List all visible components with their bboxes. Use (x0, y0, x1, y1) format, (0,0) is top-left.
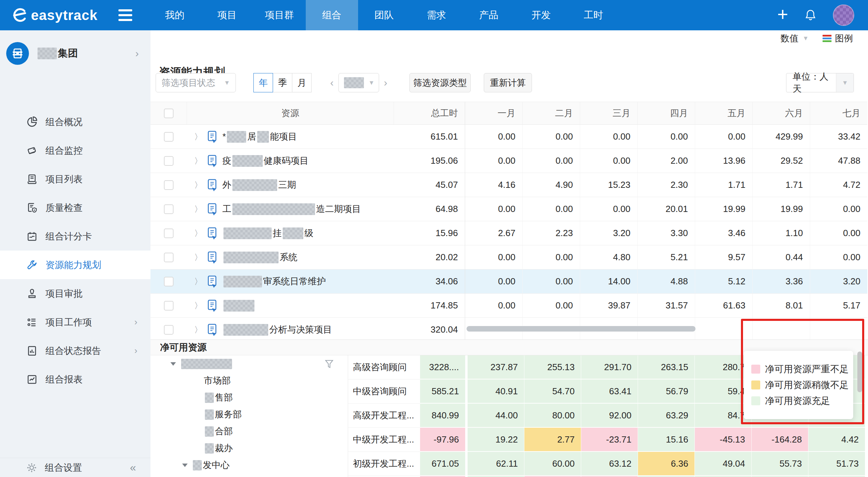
row-checkbox-cell (150, 173, 187, 197)
period-option-年[interactable]: 年 (253, 73, 273, 92)
nav-tab-开发[interactable]: 开发 (515, 0, 567, 30)
month-value-cell: 4.90 (522, 173, 580, 197)
tree-node[interactable]: 市场部 (150, 372, 348, 389)
project-row[interactable]: 〉挂级15.962.672.233.203.303.461.100.00 (150, 221, 867, 245)
chevron-right-icon[interactable]: › (134, 345, 137, 356)
net-available-resources-title: 净可用资源 (160, 341, 207, 354)
expand-chevron-icon[interactable]: 〉 (194, 276, 202, 287)
hamburger-menu-icon[interactable] (118, 9, 132, 21)
project-list-icon (26, 173, 38, 185)
org-switcher[interactable]: 集团 › (0, 41, 150, 66)
select-all-checkbox[interactable] (164, 109, 174, 118)
nav-tab-组合[interactable]: 组合 (306, 0, 358, 30)
value-mode-dropdown[interactable]: 数值 ▼ (776, 31, 813, 45)
user-avatar[interactable] (833, 4, 854, 26)
sidebar-item-组合监控[interactable]: 组合监控 (0, 136, 150, 165)
project-doc-icon (207, 251, 218, 264)
column-header-total-hours: 总工时 (394, 102, 465, 124)
row-checkbox[interactable] (164, 229, 174, 238)
row-checkbox[interactable] (164, 180, 174, 190)
sidebar-item-项目列表[interactable]: 项目列表 (0, 165, 150, 193)
create-plus-icon[interactable]: + (777, 5, 788, 23)
horizontal-scrollbar[interactable] (467, 326, 696, 332)
period-option-月[interactable]: 月 (292, 73, 312, 92)
sidebar-item-组合报表[interactable]: 组合报表 (0, 365, 150, 394)
filter-funnel-icon[interactable] (324, 359, 334, 369)
month-value-cell: 5.12 (695, 270, 752, 293)
sidebar-item-组合计分卡[interactable]: 组合计分卡 (0, 222, 150, 251)
project-row[interactable]: 〉审系统日常维护34.060.000.0014.004.885.123.363.… (150, 270, 867, 294)
expand-chevron-icon[interactable]: 〉 (194, 131, 202, 142)
sidebar-item-质量检查[interactable]: 质量检查 (0, 193, 150, 222)
sidebar-item-项目审批[interactable]: 项目审批 (0, 279, 150, 308)
legend-toggle-button[interactable]: 图例 (823, 31, 853, 45)
sidebar-item-资源能力规划[interactable]: 资源能力规划 (0, 251, 150, 279)
expand-chevron-icon[interactable]: 〉 (194, 204, 202, 215)
row-checkbox[interactable] (164, 277, 174, 286)
vertical-scrollbar[interactable] (857, 352, 862, 392)
collapse-sidebar-icon[interactable]: « (130, 461, 136, 474)
resource-type-name: 高级开发工程... (348, 404, 420, 428)
tree-node[interactable]: 裁办 (150, 440, 348, 457)
recalculate-button[interactable]: 重新计算 (484, 73, 532, 92)
nav-tab-产品[interactable]: 产品 (463, 0, 515, 30)
caret-down-icon[interactable] (182, 464, 188, 467)
nav-tab-我的[interactable]: 我的 (149, 0, 201, 30)
row-checkbox[interactable] (164, 132, 174, 142)
name-text: 审系统日常维护 (263, 275, 326, 287)
year-select[interactable]: ▼ (338, 73, 379, 92)
expand-chevron-icon[interactable]: 〉 (194, 300, 202, 311)
next-year-icon[interactable]: › (384, 77, 387, 89)
project-row[interactable]: 〉疫健康码项目195.060.000.000.002.0013.9629.524… (150, 149, 867, 173)
chevron-right-icon[interactable]: › (134, 317, 137, 327)
tree-node[interactable]: 售部 (150, 389, 348, 406)
name-text: 工 (222, 203, 231, 215)
sidebar-item-label: 组合计分卡 (45, 230, 92, 243)
row-checkbox[interactable] (164, 325, 174, 335)
caret-down-icon[interactable] (170, 362, 176, 366)
filter-resource-type-button[interactable]: 筛选资源类型 (409, 73, 471, 92)
sidebar-item-组合状态报告[interactable]: 组合状态报告› (0, 336, 150, 365)
row-checkbox[interactable] (164, 204, 174, 214)
project-row[interactable]: 〉工造二期项目64.980.000.000.0020.0119.9919.990… (150, 197, 867, 221)
sidebar-item-项目工作项[interactable]: 项目工作项› (0, 308, 150, 336)
nav-tab-团队[interactable]: 团队 (358, 0, 410, 30)
redacted-text (205, 443, 214, 454)
sidebar-item-组合概况[interactable]: 组合概况 (0, 108, 150, 136)
expand-chevron-icon[interactable]: 〉 (194, 155, 202, 166)
chevron-right-icon[interactable]: › (135, 48, 139, 59)
month-value-cell: 0.00 (810, 245, 867, 269)
month-value-cell: 0.00 (580, 125, 637, 149)
app-logo[interactable]: easytrack (10, 6, 98, 24)
net-value-cell: 51.73 (808, 452, 865, 476)
tree-node[interactable]: 发中心 (150, 457, 348, 474)
expand-chevron-icon[interactable]: 〉 (194, 324, 202, 335)
nav-tab-项目群[interactable]: 项目群 (253, 0, 306, 30)
tree-node[interactable]: 服务部 (150, 406, 348, 423)
expand-chevron-icon[interactable]: 〉 (194, 252, 202, 263)
notification-bell-icon[interactable] (804, 9, 817, 22)
project-row[interactable]: 〉*居能项目615.010.000.000.000.000.00429.9933… (150, 125, 867, 149)
expand-chevron-icon[interactable]: 〉 (194, 228, 202, 239)
nav-tab-需求[interactable]: 需求 (410, 0, 463, 30)
row-checkbox[interactable] (164, 156, 174, 166)
period-option-季[interactable]: 季 (273, 73, 292, 92)
project-status-filter-dropdown[interactable]: 筛选项目状态 ▼ (156, 73, 236, 92)
expand-chevron-icon[interactable]: 〉 (194, 180, 202, 191)
unit-selector[interactable]: 单位：人天 ▼ (786, 73, 854, 92)
row-checkbox[interactable] (164, 301, 174, 311)
prev-year-icon[interactable]: ‹ (330, 77, 334, 89)
project-row[interactable]: 〉系统20.020.000.004.805.219.570.440.00 (150, 245, 867, 270)
redacted-text (223, 252, 279, 263)
tree-node[interactable] (150, 355, 348, 372)
tree-node[interactable]: 合部 (150, 423, 348, 440)
project-row[interactable]: 〉174.850.000.0039.8731.5761.638.015.17 (150, 294, 867, 318)
project-row[interactable]: 〉外三期45.074.164.9015.232.301.711.714.72 (150, 173, 867, 197)
sidebar-item-portfolio-settings[interactable]: 组合设置 « (0, 458, 150, 477)
nav-tab-工时[interactable]: 工时 (567, 0, 620, 30)
month-value-cell: 20.01 (637, 197, 695, 221)
nav-tab-项目[interactable]: 项目 (201, 0, 253, 30)
row-checkbox[interactable] (164, 253, 174, 262)
month-value-cell: 4.88 (637, 270, 695, 293)
legend-swatch (751, 396, 760, 405)
